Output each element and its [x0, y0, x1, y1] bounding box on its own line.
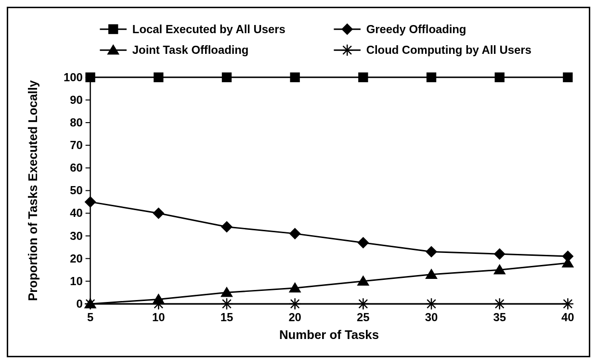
y-tick-label: 70 [70, 138, 82, 151]
y-tick-label: 20 [70, 252, 82, 265]
x-tick-label: 10 [152, 311, 165, 324]
series-0 [86, 73, 572, 82]
legend-item-2: Joint Task Offloading [100, 43, 248, 56]
x-axis-title: Number of Tasks [279, 328, 379, 341]
svg-rect-36 [495, 73, 504, 82]
x-tick-label: 25 [357, 311, 369, 324]
y-tick-label: 90 [70, 93, 82, 106]
chart-svg: Local Executed by All UsersGreedy Offloa… [8, 8, 589, 356]
legend: Local Executed by All UsersGreedy Offloa… [100, 23, 531, 57]
chart-inner-frame: Local Executed by All UsersGreedy Offloa… [7, 7, 590, 357]
y-tick-label: 100 [64, 71, 83, 84]
y-tick-label: 0 [76, 297, 82, 310]
x-tick-label: 15 [221, 311, 233, 324]
y-tick-label: 50 [70, 184, 82, 197]
y-tick-label: 60 [70, 161, 82, 174]
y-tick-label: 40 [70, 206, 82, 219]
legend-label: Joint Task Offloading [132, 43, 249, 56]
x-tick-label: 35 [493, 311, 506, 324]
legend-item-0: Local Executed by All Users [100, 23, 285, 36]
legend-label: Greedy Offloading [366, 23, 467, 36]
y-tick-label: 10 [70, 275, 82, 288]
legend-item-1: Greedy Offloading [334, 23, 466, 36]
series-1 [85, 197, 572, 262]
svg-rect-35 [427, 73, 436, 82]
y-axis-title: Proportion of Tasks Executed Locally [26, 80, 39, 301]
chart-outer-frame: Local Executed by All UsersGreedy Offloa… [0, 0, 597, 364]
y-tick-label: 30 [70, 229, 82, 242]
svg-rect-30 [86, 73, 95, 82]
svg-rect-37 [563, 73, 572, 82]
legend-label: Cloud Computing by All Users [366, 43, 532, 56]
x-tick-label: 40 [561, 311, 574, 324]
legend-item-3: Cloud Computing by All Users [334, 43, 531, 56]
x-tick-label: 20 [288, 311, 301, 324]
svg-rect-31 [154, 73, 163, 82]
svg-rect-33 [291, 73, 299, 82]
series-3 [85, 298, 573, 309]
svg-rect-32 [222, 73, 231, 82]
legend-label: Local Executed by All Users [132, 23, 286, 36]
series-group [85, 73, 573, 310]
svg-rect-1 [109, 25, 117, 34]
x-tick-label: 5 [87, 311, 93, 324]
svg-rect-34 [359, 73, 367, 82]
x-tick-label: 30 [425, 311, 438, 324]
y-tick-label: 80 [70, 116, 82, 129]
